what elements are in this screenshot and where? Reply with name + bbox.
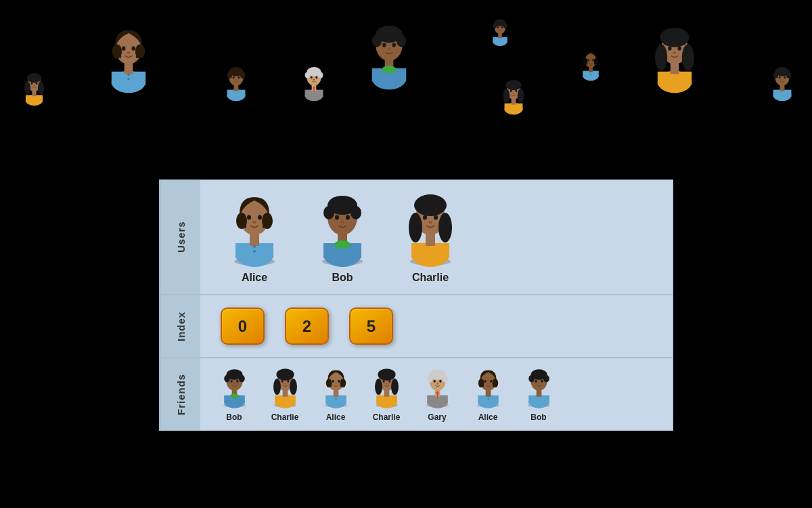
svg-point-63 [493,23,497,28]
avatar [317,366,355,410]
svg-point-111 [784,77,786,79]
svg-point-168 [281,380,283,383]
floating-avatar [298,64,330,100]
avatar [470,366,507,410]
friend-name: Bob [226,412,242,422]
svg-point-166 [273,379,281,395]
svg-point-158 [236,380,238,383]
svg-point-147 [429,221,432,224]
user-name: Alice [242,272,267,284]
svg-point-213 [492,379,498,387]
svg-point-18 [112,44,122,59]
svg-point-178 [325,379,332,387]
friend-name: Alice [326,412,346,422]
svg-point-84 [590,74,591,75]
floating-avatar [359,20,420,88]
svg-point-224 [543,375,549,383]
avatar [368,366,405,410]
svg-point-214 [484,380,486,383]
friend-name: Alice [478,412,498,422]
svg-point-157 [230,380,232,383]
user-name: Charlie [412,272,449,284]
svg-point-212 [478,379,484,387]
svg-point-182 [335,383,337,385]
svg-point-179 [340,379,346,387]
svg-point-87 [594,58,599,65]
svg-point-33 [235,79,237,81]
user-item-charlie: Charlie [397,190,464,284]
friend-item: Charlie [366,366,407,422]
svg-point-133 [351,206,361,219]
svg-point-31 [233,77,235,79]
top-avatars-area [0,0,812,163]
svg-point-67 [499,28,501,30]
svg-point-117 [253,245,256,248]
svg-point-6 [24,81,30,95]
svg-point-132 [323,206,334,219]
svg-point-98 [682,44,694,71]
svg-point-15 [127,73,130,76]
friend-item: Charlie [265,366,305,422]
svg-point-7 [38,81,44,95]
svg-point-142 [414,194,447,216]
friend-item: Bob [518,366,559,422]
svg-point-52 [372,35,382,47]
svg-point-64 [503,23,508,28]
svg-point-191 [382,380,384,383]
svg-point-88 [587,59,589,61]
svg-point-210 [487,399,489,400]
user-item-alice: Alice [221,190,288,284]
floating-avatar [577,49,605,80]
svg-point-101 [673,51,677,54]
svg-point-159 [233,383,235,385]
floating-avatar [644,24,705,91]
friends-row: Friends BobCharlieAliceCharlieGaryAliceB… [160,358,673,430]
svg-point-42 [311,77,313,79]
svg-point-156 [239,375,245,383]
svg-point-146 [434,215,438,220]
svg-point-190 [391,379,399,395]
svg-point-202 [433,380,435,383]
svg-point-226 [541,380,543,383]
svg-point-192 [388,380,390,383]
svg-point-109 [786,72,792,79]
avatar [419,366,456,410]
svg-point-118 [253,250,256,253]
users-label: Users [160,180,200,294]
svg-point-145 [423,215,427,220]
svg-point-121 [262,213,273,229]
svg-point-21 [132,46,135,50]
svg-point-40 [305,72,311,79]
svg-point-181 [338,380,340,383]
svg-point-30 [240,72,246,79]
svg-point-20 [122,46,125,50]
avatar [397,190,464,268]
floating-avatar [487,17,513,45]
svg-point-99 [668,46,671,50]
svg-point-44 [313,79,315,81]
svg-point-19 [135,44,145,59]
svg-point-77 [515,90,517,92]
svg-point-175 [335,396,336,398]
avatar [221,190,288,268]
svg-point-120 [236,213,247,229]
svg-point-135 [346,215,350,220]
friend-item: Bob [214,366,254,422]
svg-point-144 [438,213,452,242]
svg-point-110 [779,77,781,79]
floating-avatar [220,64,252,100]
svg-point-16 [127,78,130,81]
svg-point-89 [592,59,594,61]
svg-point-215 [490,380,492,383]
svg-point-124 [253,221,256,224]
svg-point-83 [590,72,591,73]
svg-point-32 [238,77,240,79]
index-label: Index [160,295,200,357]
svg-point-227 [538,383,540,385]
friend-item: Alice [315,366,356,422]
friend-name: Charlie [271,412,299,422]
svg-point-65 [497,26,499,28]
svg-point-43 [315,77,317,79]
svg-point-100 [678,46,681,50]
svg-point-170 [284,383,286,385]
